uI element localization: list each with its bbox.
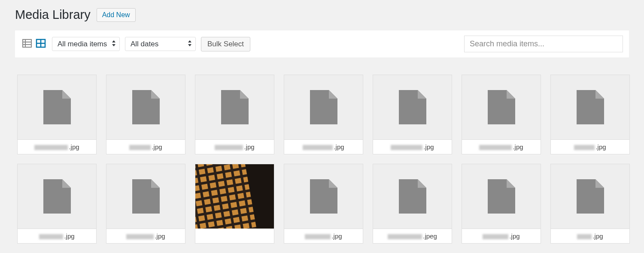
media-item[interactable]: .jpg: [284, 75, 363, 154]
media-filename: .jpg: [106, 139, 185, 154]
svg-rect-75: [219, 188, 226, 194]
media-filename: .jpg: [18, 229, 96, 243]
filename-ext: .jpeg: [423, 232, 437, 240]
media-item[interactable]: .jpg: [17, 75, 97, 154]
media-item[interactable]: .jpg: [195, 75, 274, 154]
media-thumbnail-placeholder: [373, 75, 452, 139]
media-thumbnail-placeholder: [373, 164, 452, 229]
grid-view-button[interactable]: [35, 37, 47, 51]
filter-media-type-select[interactable]: All media items: [52, 37, 120, 51]
filename-redacted: [483, 234, 508, 239]
filename-ext: .jpg: [244, 143, 254, 151]
svg-marker-151: [595, 179, 604, 188]
add-new-button[interactable]: Add New: [97, 8, 136, 22]
filename-ext: .jpg: [513, 143, 523, 151]
file-icon: [132, 179, 160, 214]
filter-dates-select[interactable]: All dates: [125, 37, 196, 51]
media-item[interactable]: .jpg: [462, 164, 541, 244]
media-thumbnail-placeholder: [18, 75, 96, 139]
media-filename: .jpg: [373, 139, 452, 154]
grid-view-icon: [36, 43, 46, 50]
media-filename: .jpg: [462, 229, 541, 243]
svg-rect-0: [23, 39, 31, 47]
svg-rect-97: [207, 214, 213, 220]
media-item[interactable]: .jpg: [284, 164, 363, 244]
list-view-icon: [22, 43, 32, 50]
filename-ext: .jpg: [423, 143, 434, 151]
media-filename: .jpg: [106, 229, 185, 243]
svg-rect-51: [216, 166, 222, 172]
filename-redacted: [129, 145, 151, 150]
svg-rect-83: [221, 196, 228, 202]
media-item[interactable]: .jpg: [106, 75, 185, 154]
filename-ext: .jpg: [592, 232, 603, 240]
svg-rect-57: [200, 176, 207, 182]
media-item[interactable]: .jpg: [550, 75, 630, 154]
svg-rect-80: [196, 200, 203, 206]
file-icon: [399, 179, 426, 214]
media-filename: .jpg: [284, 139, 363, 154]
media-item[interactable]: .jpg: [373, 75, 452, 154]
svg-rect-89: [205, 206, 212, 212]
media-item[interactable]: .jpg: [550, 164, 630, 244]
svg-rect-108: [233, 217, 240, 223]
list-view-button[interactable]: [21, 37, 33, 51]
svg-marker-22: [507, 90, 515, 99]
file-icon: [577, 179, 604, 214]
filename-redacted: [305, 234, 331, 239]
media-thumbnail-placeholder: [462, 75, 541, 139]
filename-redacted: [126, 234, 154, 239]
media-thumbnail-placeholder: [551, 75, 629, 139]
media-item[interactable]: .jpg: [17, 164, 97, 244]
page-title: Media Library: [15, 8, 91, 22]
svg-marker-28: [151, 179, 160, 188]
svg-rect-101: [240, 208, 247, 214]
view-toggle: [21, 37, 47, 51]
svg-marker-20: [418, 90, 426, 99]
svg-rect-49: [199, 169, 206, 175]
svg-rect-77: [236, 185, 243, 191]
media-item[interactable]: .jpeg: [373, 164, 452, 244]
file-icon: [132, 90, 160, 124]
file-icon: [399, 90, 426, 124]
svg-rect-107: [225, 218, 231, 224]
svg-marker-147: [418, 179, 426, 188]
media-filename: .jpg: [462, 139, 541, 154]
media-thumbnail-placeholder: [106, 164, 185, 229]
svg-rect-91: [222, 203, 229, 209]
file-icon: [577, 90, 604, 124]
media-item[interactable]: .jpg: [462, 75, 541, 154]
filename-redacted: [479, 145, 512, 150]
media-filename: .jpg: [551, 139, 629, 154]
svg-rect-65: [201, 184, 208, 190]
media-filename: .jpeg: [373, 229, 452, 243]
svg-rect-105: [208, 221, 215, 227]
svg-rect-99: [223, 211, 230, 217]
filename-ext: .jpg: [69, 143, 79, 151]
media-thumbnail-placeholder: [106, 75, 185, 139]
svg-marker-26: [62, 179, 71, 188]
filename-ext: .jpg: [152, 143, 162, 151]
filename-ext: .jpg: [595, 143, 606, 151]
file-icon: [221, 90, 249, 124]
media-thumbnail-placeholder: [18, 164, 96, 229]
svg-rect-58: [208, 175, 215, 181]
media-thumbnail-placeholder: [551, 164, 629, 229]
filename-ext: .jpg: [334, 143, 344, 151]
bulk-select-button[interactable]: Bulk Select: [201, 37, 250, 51]
filename-redacted: [215, 145, 243, 150]
svg-rect-76: [228, 187, 235, 193]
media-filename: .jpg: [551, 229, 629, 243]
media-filename: .jpg: [284, 229, 363, 243]
search-input[interactable]: [464, 36, 623, 52]
file-icon: [43, 179, 71, 214]
svg-rect-109: [241, 215, 248, 221]
svg-rect-93: [239, 200, 246, 206]
svg-rect-73: [203, 191, 210, 197]
filename-ext: .jpg: [509, 232, 519, 240]
filename-redacted: [388, 234, 422, 239]
media-item[interactable]: .jpg: [106, 164, 185, 244]
media-item[interactable]: [195, 164, 274, 244]
svg-marker-149: [507, 179, 515, 188]
svg-rect-90: [214, 205, 221, 211]
